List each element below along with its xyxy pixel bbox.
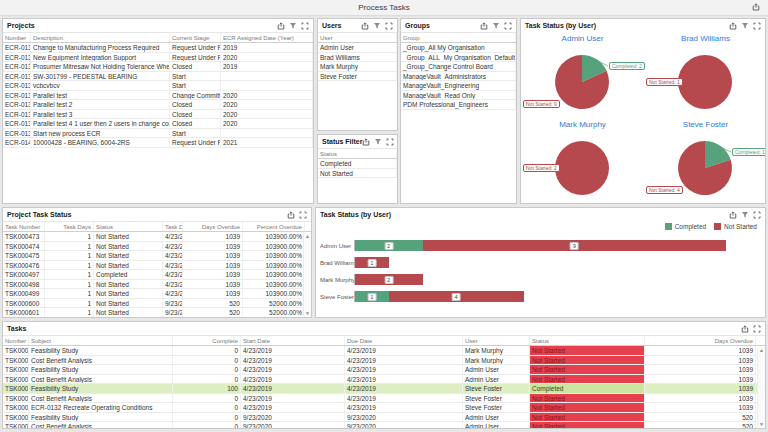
- export-icon[interactable]: [752, 3, 760, 11]
- column-header[interactable]: ECR Assigned Date (Year): [221, 33, 313, 42]
- column-header[interactable]: Due Date: [345, 336, 463, 345]
- column-header[interactable]: Status: [530, 336, 645, 345]
- filter-icon[interactable]: [492, 22, 500, 30]
- table-row[interactable]: ECR-014010000428 - BEARING, 6004-2RSRequ…: [3, 138, 313, 148]
- table-row[interactable]: ECR-0138Parallel test 4 1 user then 2 us…: [3, 119, 313, 129]
- table-row[interactable]: Completed: [318, 159, 397, 169]
- maximize-icon[interactable]: [299, 211, 307, 219]
- table-row[interactable]: TSK0004761Not Started4/23/2...1039103900…: [3, 261, 311, 271]
- scroll-up-icon[interactable]: ▲: [759, 347, 764, 353]
- table-row[interactable]: _Group_ALL_My Organisation_Default: [401, 53, 516, 63]
- column-header[interactable]: Group: [401, 33, 516, 42]
- table-row[interactable]: TSK000498Cost Benefit Analysis04/23/2019…: [3, 394, 765, 404]
- table-row[interactable]: _Group_All My Organisation: [401, 43, 516, 53]
- legend-item[interactable]: Not Started: [714, 223, 757, 230]
- table-row[interactable]: TSK000499ECR-0132 Recreate Operating Con…: [3, 403, 765, 413]
- column-header[interactable]: Current Stage: [170, 33, 221, 42]
- export-icon[interactable]: [729, 22, 737, 30]
- maximize-icon[interactable]: [386, 138, 394, 146]
- bar-segment[interactable]: 4: [389, 291, 524, 302]
- column-header[interactable]: Start Date: [241, 336, 345, 345]
- vertical-scrollbar[interactable]: ▲▼: [303, 233, 311, 316]
- table-row[interactable]: ECR-0131New Equipment Integration Suppor…: [3, 53, 313, 63]
- table-row[interactable]: _Group_Change Control Board: [401, 62, 516, 72]
- table-row[interactable]: ECR-0132Prosumer Mitresaw Not Holding To…: [3, 62, 313, 72]
- column-header[interactable]: Complete: [173, 336, 241, 345]
- bar-segment[interactable]: 9: [423, 240, 727, 251]
- column-header[interactable]: Number: [3, 33, 31, 42]
- column-header[interactable]: Percent Overdue: [243, 222, 305, 231]
- table-row[interactable]: ECR-0130Change to Manufacturing Process …: [3, 43, 313, 53]
- scroll-down-icon[interactable]: ▼: [305, 310, 310, 316]
- table-row[interactable]: Not Started: [318, 169, 397, 179]
- table-row[interactable]: ECR-0137Parallel test 3Closed2020: [3, 110, 313, 120]
- filter-icon[interactable]: [741, 22, 749, 30]
- bar-segment[interactable]: 1: [355, 291, 389, 302]
- column-header[interactable]: Status: [94, 222, 163, 231]
- column-header[interactable]: Subject: [29, 336, 173, 345]
- export-icon[interactable]: [741, 325, 749, 333]
- table-row[interactable]: ECR-0133SW-301799 - PEDESTAL BEARINGStar…: [3, 72, 313, 82]
- maximize-icon[interactable]: [385, 22, 393, 30]
- bar-segment[interactable]: 2: [355, 240, 423, 251]
- filter-icon[interactable]: [289, 22, 297, 30]
- table-row[interactable]: Brad Williams: [318, 53, 397, 63]
- export-icon[interactable]: [361, 22, 369, 30]
- table-row[interactable]: TSK000476Cost Benefit Analysis04/23/2019…: [3, 375, 765, 385]
- filter-icon[interactable]: [741, 211, 749, 219]
- table-row[interactable]: TSK0006001Not Started9/23/2...52052000.0…: [3, 299, 311, 309]
- table-row[interactable]: TSK0004981Not Started4/23/2...1039103900…: [3, 280, 311, 290]
- maximize-icon[interactable]: [504, 22, 512, 30]
- table-row[interactable]: Admin User: [318, 43, 397, 53]
- table-row[interactable]: ECR-0135Parallel testChange Committee202…: [3, 91, 313, 101]
- table-row[interactable]: PDM Professional_Engineers: [401, 100, 516, 110]
- table-row[interactable]: TSK000473Feasibility Study04/23/20194/23…: [3, 346, 765, 356]
- table-row[interactable]: ECR-0134vcbcvbcvStart: [3, 81, 313, 91]
- column-header[interactable]: User: [318, 33, 397, 42]
- table-row[interactable]: Mark Murphy: [318, 62, 397, 72]
- filter-icon[interactable]: [373, 22, 381, 30]
- export-icon[interactable]: [729, 211, 737, 219]
- table-row[interactable]: TSK000600Feasibility Study09/23/20209/23…: [3, 413, 765, 423]
- column-header[interactable]: Days Overdue: [645, 336, 756, 345]
- scroll-up-icon[interactable]: ▲: [305, 233, 310, 239]
- table-row[interactable]: TSK0004991Not Started4/23/2...1039103900…: [3, 289, 311, 299]
- table-row[interactable]: TSK000474Cost Benefit Analysis04/23/2019…: [3, 356, 765, 366]
- filter-icon[interactable]: [374, 138, 382, 146]
- table-row[interactable]: TSK0004971Completed4/23/2...1039103900.0…: [3, 270, 311, 280]
- table-row[interactable]: TSK000475Feasibility Study04/23/20194/23…: [3, 365, 765, 375]
- maximize-icon[interactable]: [753, 325, 761, 333]
- column-header[interactable]: Status: [318, 149, 397, 158]
- table-row[interactable]: ECR-0139Start new process ECRStart: [3, 129, 313, 139]
- table-row[interactable]: ManageVault_Administrators: [401, 72, 516, 82]
- column-header[interactable]: Task Number: [3, 222, 45, 231]
- table-row[interactable]: ECR-0136Parallel test 2Closed2020: [3, 100, 313, 110]
- column-header[interactable]: Number: [3, 336, 29, 345]
- legend-item[interactable]: Completed: [665, 223, 706, 230]
- column-header[interactable]: Description: [31, 33, 170, 42]
- bar-segment[interactable]: 2: [355, 274, 423, 285]
- vertical-scrollbar[interactable]: ▲▼: [757, 347, 765, 427]
- export-icon[interactable]: [480, 22, 488, 30]
- maximize-icon[interactable]: [753, 22, 761, 30]
- table-row[interactable]: TSK000497Feasibility Study1004/23/20194/…: [3, 384, 765, 394]
- export-icon[interactable]: [277, 22, 285, 30]
- table-row[interactable]: ManageVault_Read Only: [401, 91, 516, 101]
- bar-segment[interactable]: 1: [355, 257, 389, 268]
- table-row[interactable]: TSK0006011Not Started9/23/2...52052000.0…: [3, 308, 311, 318]
- scroll-down-icon[interactable]: ▼: [759, 421, 764, 427]
- maximize-icon[interactable]: [753, 211, 761, 219]
- column-header[interactable]: User: [463, 336, 530, 345]
- column-header[interactable]: Task D...: [163, 222, 183, 231]
- export-icon[interactable]: [287, 211, 295, 219]
- export-icon[interactable]: [362, 138, 370, 146]
- column-header[interactable]: Days Overdue: [183, 222, 243, 231]
- table-row[interactable]: Steve Foster: [318, 72, 397, 82]
- table-row[interactable]: TSK0004751Not Started4/23/2...1039103900…: [3, 251, 311, 261]
- table-row[interactable]: ManageVault_Engineering: [401, 81, 516, 91]
- table-row[interactable]: TSK000601Cost Benefit Analysis09/23/2020…: [3, 422, 765, 429]
- column-header[interactable]: Task Days: [45, 222, 94, 231]
- table-row[interactable]: TSK0004741Not Started4/23/2...1039103900…: [3, 242, 311, 252]
- table-row[interactable]: TSK0004731Not Started4/23/2...1039103900…: [3, 232, 311, 242]
- maximize-icon[interactable]: [301, 22, 309, 30]
